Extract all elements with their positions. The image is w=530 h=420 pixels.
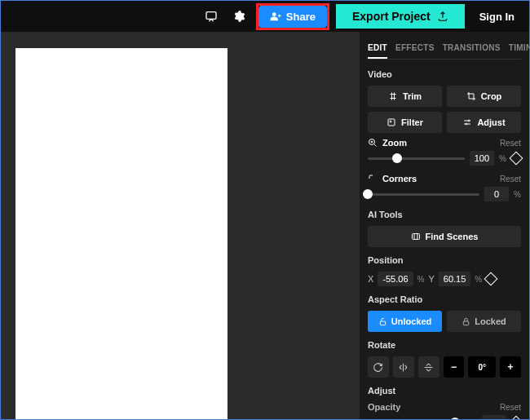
sign-in-button[interactable]: Sign In: [471, 11, 523, 23]
locked-toggle[interactable]: Locked: [447, 311, 521, 332]
opacity-thumb[interactable]: [450, 418, 460, 420]
trim-button[interactable]: Trim: [368, 86, 442, 107]
corners-unit: %: [514, 190, 521, 199]
crop-label: Crop: [481, 91, 502, 101]
flip-h-icon: [398, 362, 409, 373]
comment-icon[interactable]: [201, 6, 222, 27]
top-bar: Share Export Project Sign In: [1, 1, 529, 32]
sliders-icon: [462, 117, 472, 127]
section-ai: AI Tools: [368, 210, 521, 219]
lock-icon: [462, 317, 470, 326]
section-adjust: Adjust: [368, 386, 521, 396]
zoom-slider[interactable]: [368, 157, 465, 160]
flip-h-button[interactable]: [393, 356, 414, 378]
section-video: Video: [368, 69, 521, 79]
section-position: Position: [368, 255, 521, 265]
share-button[interactable]: Share: [258, 6, 327, 28]
svg-point-4: [468, 120, 470, 122]
zoom-value[interactable]: 100: [470, 151, 494, 166]
opacity-reset[interactable]: Reset: [500, 403, 521, 412]
y-unit: %: [475, 275, 482, 284]
locked-label: Locked: [475, 316, 506, 326]
share-highlight: Share: [256, 3, 329, 30]
flip-v-button[interactable]: [418, 356, 439, 378]
corners-thumb[interactable]: [363, 189, 373, 199]
zoom-thumb[interactable]: [392, 153, 402, 163]
tab-effects[interactable]: EFFECTS: [395, 38, 435, 59]
edit-panel: EDIT EFFECTS TRANSITIONS TIMING Video Tr…: [360, 32, 529, 419]
filter-icon: [386, 117, 396, 127]
section-rotate: Rotate: [368, 340, 521, 350]
main-area: EDIT EFFECTS TRANSITIONS TIMING Video Tr…: [1, 32, 529, 419]
crop-button[interactable]: Crop: [447, 86, 521, 107]
adjust-button[interactable]: Adjust: [447, 112, 521, 133]
svg-point-5: [466, 123, 467, 125]
filter-button[interactable]: Filter: [368, 112, 442, 133]
corners-icon: [368, 174, 378, 183]
svg-point-1: [272, 12, 276, 16]
opacity-label: Opacity: [368, 402, 400, 412]
zoom-reset[interactable]: Reset: [500, 139, 521, 148]
person-add-icon: [270, 11, 281, 22]
corners-label: Corners: [382, 174, 417, 183]
corners-slider[interactable]: [368, 193, 479, 196]
y-axis-label: Y: [428, 274, 434, 284]
x-value[interactable]: -55.06: [378, 272, 413, 286]
section-aspect: Aspect Ratio: [368, 294, 521, 304]
x-unit: %: [417, 275, 425, 284]
zoom-keyframe[interactable]: [510, 152, 523, 166]
trim-icon: [388, 91, 398, 101]
share-label: Share: [286, 11, 316, 23]
crop-icon: [466, 91, 476, 101]
corners-value[interactable]: 0: [484, 187, 509, 201]
tab-edit[interactable]: EDIT: [368, 38, 387, 59]
position-keyframe[interactable]: [484, 272, 498, 286]
canvas[interactable]: [15, 48, 227, 419]
rotate-plus-button[interactable]: +: [500, 356, 521, 378]
find-scenes-button[interactable]: Find Scenes: [368, 226, 521, 247]
svg-point-3: [390, 121, 391, 122]
zoom-label: Zoom: [382, 138, 407, 148]
filter-label: Filter: [401, 117, 423, 127]
canvas-area: [1, 32, 360, 419]
svg-rect-9: [464, 321, 469, 325]
x-axis-label: X: [368, 274, 373, 284]
export-icon: [437, 11, 448, 22]
find-scenes-label: Find Scenes: [426, 232, 479, 241]
opacity-keyframe[interactable]: [510, 416, 523, 419]
export-button[interactable]: Export Project: [336, 4, 465, 29]
flip-v-icon: [423, 362, 434, 373]
rotate-value[interactable]: 0°: [468, 356, 496, 378]
svg-rect-7: [412, 234, 419, 240]
trim-label: Trim: [403, 91, 422, 101]
opacity-value[interactable]: 100: [482, 415, 506, 419]
adjust-label: Adjust: [477, 117, 505, 127]
export-label: Export Project: [352, 10, 431, 23]
find-scenes-icon: [411, 232, 421, 241]
rotate-cw-button[interactable]: [368, 356, 389, 378]
zoom-unit: %: [499, 154, 506, 163]
tab-transitions[interactable]: TRANSITIONS: [443, 38, 501, 59]
rotate-cw-icon: [373, 362, 383, 373]
rotate-minus-button[interactable]: −: [444, 356, 465, 378]
unlocked-label: Unlocked: [391, 316, 432, 326]
panel-tabs: EDIT EFFECTS TRANSITIONS TIMING: [368, 38, 521, 60]
unlock-icon: [378, 317, 387, 326]
svg-rect-8: [380, 321, 385, 325]
settings-icon[interactable]: [228, 6, 250, 27]
y-value[interactable]: 60.15: [439, 272, 471, 286]
svg-rect-0: [206, 12, 216, 20]
zoom-icon: [368, 138, 378, 148]
corners-reset[interactable]: Reset: [500, 175, 521, 183]
unlocked-toggle[interactable]: Unlocked: [368, 311, 442, 332]
tab-timing[interactable]: TIMING: [509, 38, 529, 59]
